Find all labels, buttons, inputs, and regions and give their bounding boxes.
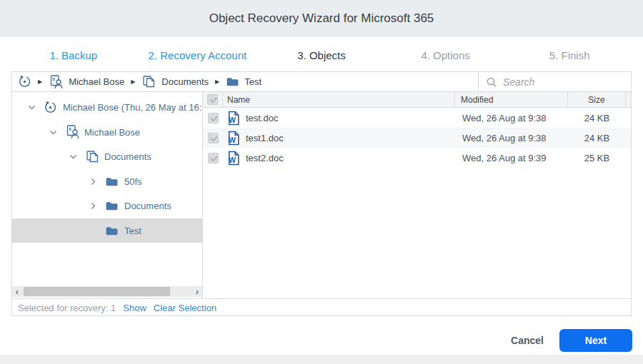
search-icon bbox=[486, 76, 497, 88]
panel-content: TestDocuments50fsDocumentssMichael BoseM… bbox=[12, 92, 631, 298]
tree-horizontal-scrollbar[interactable]: ‹ › bbox=[12, 286, 202, 297]
breadcrumb-item-michael-bose[interactable]: sMichael Bose bbox=[49, 75, 124, 89]
breadcrumb-item-documents[interactable]: Documents bbox=[141, 75, 209, 89]
breadcrumb-item-test[interactable]: Test bbox=[226, 76, 261, 87]
tree-item-test[interactable]: Test bbox=[12, 218, 202, 243]
wizard-step-2[interactable]: 2. Recovery Account bbox=[136, 43, 260, 67]
file-modified: Wed, 26 Aug at 9:38 bbox=[455, 113, 568, 123]
folder-icon bbox=[105, 201, 121, 211]
folder-icon bbox=[105, 176, 121, 187]
folder-icon bbox=[105, 226, 121, 236]
objects-panel: ▶sMichael Bose▶Documents▶Test TestDocume… bbox=[11, 71, 632, 316]
table-row-test-doc[interactable]: Wtest.docWed, 26 Aug at 9:3824 KB bbox=[203, 108, 631, 128]
svg-text:s: s bbox=[52, 76, 55, 81]
file-name: test1.doc bbox=[246, 133, 284, 143]
documents-icon bbox=[141, 75, 156, 89]
selection-status: Selected for recovery: 1 bbox=[18, 303, 116, 313]
documents-icon bbox=[85, 150, 101, 163]
file-size: 24 KB bbox=[568, 113, 626, 123]
table-row-test1-doc[interactable]: Wtest1.docWed, 26 Aug at 9:3824 KB bbox=[203, 128, 631, 148]
wizard-step-3[interactable]: 3. Objects bbox=[259, 43, 384, 67]
search-input[interactable] bbox=[503, 76, 617, 88]
row-checkbox[interactable] bbox=[208, 153, 219, 163]
tree-item-documents[interactable]: Documents bbox=[12, 144, 202, 168]
breadcrumb-bar: ▶sMichael Bose▶Documents▶Test bbox=[12, 72, 631, 92]
wizard-step-5[interactable]: 5. Finish bbox=[507, 43, 632, 67]
tree-item-label: Michael Bose bbox=[84, 127, 140, 138]
file-size: 25 KB bbox=[568, 153, 626, 163]
column-header-name[interactable]: Name bbox=[223, 92, 455, 108]
tree-item-documents[interactable]: Documents bbox=[12, 193, 202, 218]
chevron-right-icon[interactable] bbox=[89, 202, 105, 210]
file-modified: Wed, 26 Aug at 9:39 bbox=[455, 153, 568, 163]
word-doc-icon: W bbox=[227, 131, 240, 146]
wizard-steps: 1. Backup2. Recovery Account3. Objects4.… bbox=[11, 43, 632, 67]
chevron-down-icon[interactable] bbox=[28, 103, 44, 111]
breadcrumb-item-restore-point[interactable] bbox=[18, 75, 31, 89]
file-table: Name Modified Size Wtest.docWed, 26 Aug … bbox=[203, 92, 631, 298]
footer-actions: Cancel Next bbox=[511, 329, 632, 352]
scroll-left-arrow[interactable]: ‹ bbox=[12, 287, 22, 296]
folder-icon bbox=[226, 76, 239, 87]
table-row-test2-doc[interactable]: Wtest2.docWed, 26 Aug at 9:3925 KB bbox=[203, 148, 631, 168]
show-link[interactable]: Show bbox=[123, 303, 146, 313]
word-doc-icon: W bbox=[227, 151, 240, 166]
folder-tree: TestDocuments50fsDocumentssMichael BoseM… bbox=[12, 92, 203, 298]
caret-right-icon: ▶ bbox=[215, 79, 219, 85]
row-checkbox[interactable] bbox=[208, 113, 219, 123]
breadcrumb-label: Documents bbox=[161, 76, 209, 87]
caret-right-icon: ▶ bbox=[38, 79, 42, 85]
scroll-right-arrow[interactable]: › bbox=[192, 287, 202, 296]
word-doc-icon: W bbox=[227, 111, 240, 126]
tree-item-label: Test bbox=[124, 226, 141, 236]
restore-point-icon bbox=[18, 75, 31, 89]
user-icon: s bbox=[65, 125, 81, 139]
breadcrumb: ▶sMichael Bose▶Documents▶Test bbox=[12, 75, 478, 89]
tree-item-michael-bose-thu-26-may-at-16-36[interactable]: Michael Bose (Thu, 26 May at 16:36 bbox=[12, 95, 202, 119]
svg-text:s: s bbox=[69, 126, 71, 131]
scroll-thumb[interactable] bbox=[24, 287, 170, 296]
next-button[interactable]: Next bbox=[559, 329, 632, 352]
breadcrumb-label: Michael Bose bbox=[69, 76, 124, 87]
breadcrumb-label: Test bbox=[244, 76, 261, 87]
caret-right-icon: ▶ bbox=[131, 79, 135, 85]
chevron-right-icon[interactable] bbox=[89, 178, 105, 186]
scroll-track[interactable] bbox=[22, 286, 192, 297]
restore-point-icon bbox=[44, 101, 59, 114]
tree-item-label: Documents bbox=[124, 201, 171, 211]
tree-item-label: Documents bbox=[104, 151, 151, 162]
file-size: 24 KB bbox=[568, 133, 626, 143]
user-icon: s bbox=[49, 75, 64, 89]
table-header: Name Modified Size bbox=[203, 92, 631, 108]
svg-text:W: W bbox=[229, 136, 236, 144]
wizard-step-1[interactable]: 1. Backup bbox=[11, 43, 136, 67]
svg-text:W: W bbox=[229, 156, 236, 164]
clear-selection-link[interactable]: Clear Selection bbox=[154, 303, 216, 313]
file-modified: Wed, 26 Aug at 9:38 bbox=[455, 133, 568, 143]
bottom-strip bbox=[0, 355, 643, 364]
file-name: test.doc bbox=[246, 113, 279, 123]
row-checkbox[interactable] bbox=[208, 133, 219, 143]
chevron-down-icon[interactable] bbox=[69, 153, 85, 161]
wizard-step-4[interactable]: 4. Options bbox=[384, 43, 508, 67]
chevron-down-icon[interactable] bbox=[49, 128, 65, 136]
search-box[interactable] bbox=[478, 72, 631, 92]
column-header-size[interactable]: Size bbox=[568, 92, 626, 108]
selection-statusbar: Selected for recovery: 1 Show Clear Sele… bbox=[12, 298, 631, 316]
dialog-titlebar: Object Recovery Wizard for Microsoft 365 bbox=[0, 0, 643, 37]
dialog-title: Object Recovery Wizard for Microsoft 365 bbox=[209, 11, 434, 26]
file-name: test2.doc bbox=[246, 153, 284, 163]
tree-item-50fs[interactable]: 50fs bbox=[12, 169, 202, 193]
column-header-modified[interactable]: Modified bbox=[455, 92, 568, 108]
cancel-button[interactable]: Cancel bbox=[511, 335, 544, 346]
svg-text:W: W bbox=[229, 116, 236, 124]
tree-item-label: 50fs bbox=[124, 176, 142, 187]
tree-item-michael-bose[interactable]: sMichael Bose bbox=[12, 120, 202, 144]
header-checkbox[interactable] bbox=[207, 94, 218, 105]
tree-item-label: Michael Bose (Thu, 26 May at 16:36 bbox=[63, 102, 202, 113]
